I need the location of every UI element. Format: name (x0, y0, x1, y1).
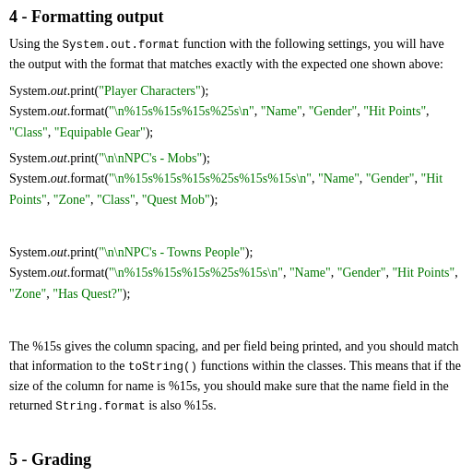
code-block-3: System.out.print("\n\nNPC's - Towns Peop… (9, 243, 463, 304)
tostring-code: toString() (128, 361, 197, 374)
cb1-l3: "Class", "Equipable Gear"); (9, 125, 153, 139)
cb1-l2: System.out.format("\n%15s%15s%15s%25s\n"… (9, 104, 430, 118)
explanation-paragraph: The %15s gives the column spacing, and p… (9, 337, 463, 416)
cb2-l2: System.out.format("\n%15s%15s%15s%25s%15… (9, 172, 442, 185)
section4-intro: Using the System.out.format function wit… (9, 34, 463, 74)
cb1-l1: System.out.print("Player Characters"); (9, 84, 208, 98)
spacer2 (9, 310, 463, 329)
stringformat-code: String.format (55, 400, 146, 413)
cb3-l3: "Zone", "Has Quest?"); (9, 287, 130, 301)
spacer1 (9, 216, 463, 235)
cb3-l2: System.out.format("\n%15s%15s%15s%25s%15… (9, 266, 458, 280)
code-block-1: System.out.print("Player Characters"); S… (9, 81, 463, 143)
code-block-2: System.out.print("\n\nNPC's - Mobs"); Sy… (9, 149, 463, 210)
spacer3 (9, 423, 463, 443)
intro-text: Using the System.out.format function wit… (9, 37, 444, 71)
intro-code: System.out.format (63, 39, 181, 52)
cb2-l1: System.out.print("\n\nNPC's - Mobs"); (9, 151, 210, 165)
section4-heading: 4 - Formatting output (9, 7, 463, 27)
cb3-l1: System.out.print("\n\nNPC's - Towns Peop… (9, 245, 253, 259)
section5-heading: 5 - Grading (9, 450, 463, 470)
cb2-l3: Points", "Zone", "Class", "Quest Mob"); (9, 193, 218, 207)
